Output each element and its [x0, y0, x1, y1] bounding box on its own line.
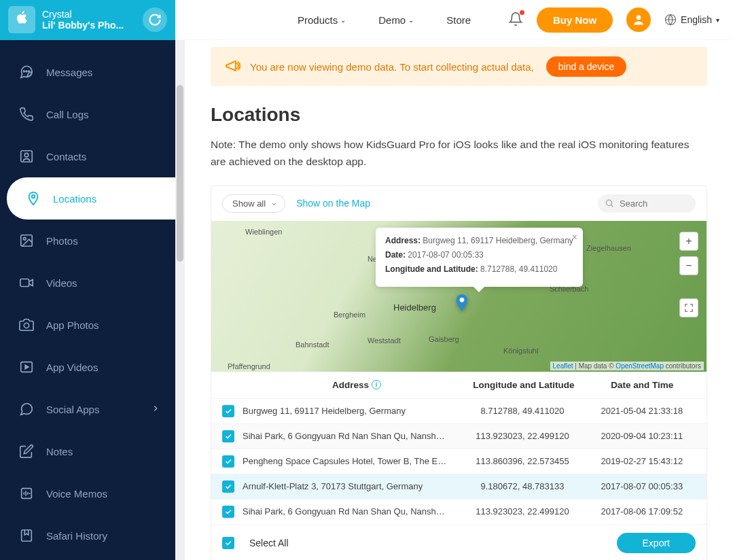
svg-point-2 [23, 71, 24, 72]
sidebar-item-photos[interactable]: Photos [0, 220, 175, 262]
device-subname: Lil' Bobby's Pho... [42, 20, 143, 31]
voice-icon [19, 486, 34, 501]
sidebar-item-notes[interactable]: Notes [0, 430, 175, 472]
apple-icon-box [8, 6, 35, 33]
messages-icon [19, 65, 34, 80]
row-checkbox[interactable] [222, 480, 234, 493]
bind-device-button[interactable]: bind a device [546, 56, 627, 77]
sidebar-item-calllogs[interactable]: Call Logs [0, 93, 175, 135]
demo-banner: You are now viewing demo data. To start … [211, 47, 707, 86]
sidebar-item-voicememos[interactable]: Voice Memos [0, 472, 175, 514]
user-avatar[interactable] [626, 7, 651, 32]
sidebar: Messages Call Logs Contacts Locations Ph… [0, 40, 175, 560]
notifications-bell[interactable] [508, 12, 523, 29]
filter-dropdown[interactable]: Show all [222, 194, 285, 213]
sidebar-item-videos[interactable]: Videos [0, 262, 175, 304]
locations-panel: Show all Show on the Map Wieblingen Neue… [211, 186, 707, 560]
zoom-in-button[interactable]: + [679, 232, 698, 251]
nav-products[interactable]: Products ⌄ [298, 14, 346, 26]
camera-icon [19, 317, 34, 332]
table-row[interactable]: Sihai Park, 6 Gongyuan Rd Nan Shan Qu, N… [211, 500, 707, 525]
fullscreen-button[interactable] [679, 298, 698, 317]
map-attribution: Leaflet | Map data © OpenStreetMap contr… [550, 362, 704, 370]
device-info: Crystal Lil' Bobby's Pho... [42, 9, 143, 31]
bookmark-icon [19, 528, 34, 543]
page-note: Note: The demo only shows how KidsGuard … [211, 137, 707, 171]
notification-dot [520, 10, 524, 15]
svg-point-6 [24, 153, 29, 157]
scrollbar[interactable] [175, 40, 185, 560]
row-checkbox[interactable] [222, 506, 234, 518]
select-all-checkbox[interactable] [222, 537, 234, 549]
svg-point-0 [637, 15, 641, 20]
nav-demo[interactable]: Demo ⌄ [378, 14, 414, 26]
chevron-right-icon [151, 404, 160, 415]
chat-icon [19, 402, 34, 417]
language-selector[interactable]: English ▾ [664, 14, 719, 26]
globe-icon [664, 14, 677, 26]
table-row[interactable]: Arnulf-Klett-Platz 3, 70173 Stuttgart, G… [211, 474, 707, 500]
svg-point-7 [32, 195, 35, 198]
svg-rect-5 [21, 151, 33, 162]
search-icon [605, 198, 614, 210]
device-name: Crystal [42, 9, 143, 20]
phone-icon [19, 107, 34, 122]
device-selector[interactable]: Crystal Lil' Bobby's Pho... [0, 0, 175, 40]
videos-icon [19, 275, 34, 290]
sidebar-item-appphotos[interactable]: App Photos [0, 304, 175, 346]
photos-icon [19, 233, 34, 248]
announce-icon [224, 58, 240, 76]
sidebar-item-messages[interactable]: Messages [0, 51, 175, 93]
row-checkbox[interactable] [222, 430, 234, 442]
svg-point-15 [606, 200, 611, 205]
caret-down-icon: ▾ [716, 16, 719, 24]
sidebar-item-contacts[interactable]: Contacts [0, 135, 175, 177]
table-row[interactable]: Sihai Park, 6 Gongyuan Rd Nan Shan Qu, N… [211, 424, 707, 449]
chevron-down-icon: ⌄ [408, 16, 414, 24]
row-checkbox[interactable] [222, 455, 234, 468]
svg-rect-10 [20, 279, 29, 287]
sidebar-item-safarihistory[interactable]: Safari History [0, 514, 175, 557]
location-icon [26, 191, 41, 206]
map-popup: × Address: Burgweg 11, 69117 Heidelberg,… [376, 228, 583, 287]
svg-point-16 [460, 298, 465, 302]
table-row[interactable]: Pengheng Space Capsules Hotel, Tower B, … [211, 449, 707, 474]
table-row[interactable]: Burgweg 11, 69117 Heidelberg, Germany8.7… [211, 399, 707, 424]
map-pin[interactable] [454, 294, 469, 315]
sidebar-item-appvideos[interactable]: App Videos [0, 346, 175, 388]
play-icon [19, 360, 34, 374]
svg-point-3 [26, 71, 27, 72]
notes-icon [19, 444, 34, 459]
contacts-icon [19, 149, 34, 164]
buy-now-button[interactable]: Buy Now [537, 7, 613, 33]
page-title: Locations [211, 104, 707, 126]
show-on-map-link[interactable]: Show on the Map [296, 198, 370, 209]
svg-point-11 [24, 323, 29, 328]
sidebar-item-socialapps[interactable]: Social Apps [0, 388, 175, 430]
select-all[interactable]: Select All [222, 537, 289, 549]
sidebar-item-locations[interactable]: Locations [7, 177, 175, 220]
chevron-down-icon: ⌄ [340, 16, 346, 24]
nav-store[interactable]: Store [446, 14, 471, 26]
row-checkbox[interactable] [222, 405, 234, 417]
export-button[interactable]: Export [617, 533, 696, 553]
popup-close[interactable]: × [572, 232, 577, 243]
info-icon[interactable]: i [372, 380, 381, 389]
apple-icon [15, 10, 29, 29]
svg-point-4 [29, 71, 30, 72]
map-view[interactable]: Wieblingen Neuenheim Heidelberg Bergheim… [211, 221, 707, 372]
refresh-button[interactable] [143, 7, 167, 32]
table-header: Addressi Longitude and Latitude Date and… [211, 372, 707, 399]
svg-point-9 [23, 237, 26, 240]
svg-rect-14 [22, 530, 32, 542]
zoom-out-button[interactable]: − [679, 256, 698, 275]
